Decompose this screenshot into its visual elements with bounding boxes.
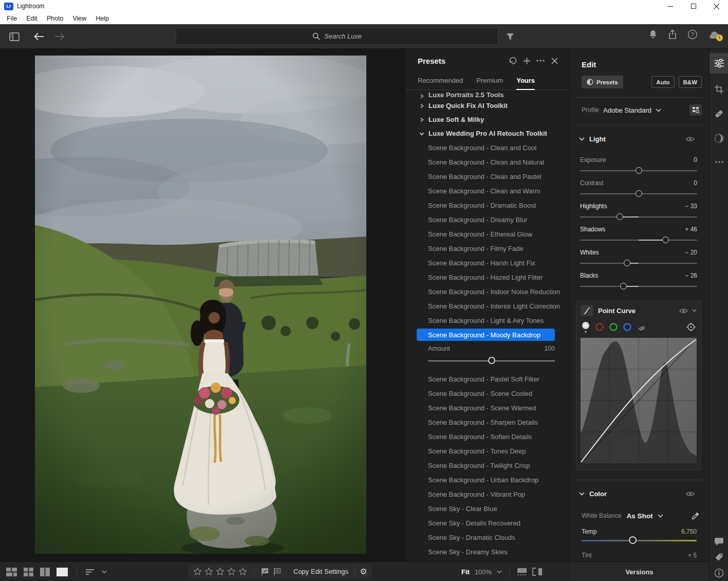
eyedropper-icon[interactable] [692,512,700,520]
crop-tool-icon[interactable] [710,79,728,99]
chevron-down-icon[interactable] [579,137,585,141]
preset-item[interactable]: Scene Sky - Dramatic Clouds [405,530,569,544]
chevron-down-icon[interactable] [658,514,663,518]
preset-item[interactable]: Scene Background - Moody Backdrop [417,329,555,341]
white-balance-value[interactable]: As Shot [626,512,652,520]
targeted-adjustment-icon[interactable] [686,322,696,332]
slider-track[interactable] [580,263,697,264]
temp-slider-knob[interactable] [629,536,637,544]
menu-help[interactable]: Help [91,15,114,22]
preset-item[interactable]: Scene Background - Tones Deep [405,444,569,458]
sort-icon[interactable] [86,569,95,575]
eye-icon[interactable] [686,136,695,142]
preset-item[interactable]: Scene Background - Vibrant Pop [405,487,569,501]
slider-knob[interactable] [636,190,642,197]
star-icon[interactable] [238,567,247,576]
preset-item[interactable]: Scene Background - Twilight Crisp [405,458,569,473]
notifications-bell-icon[interactable] [648,29,658,40]
comments-icon[interactable] [714,537,724,546]
photo[interactable] [35,56,366,554]
preset-group[interactable]: Luxe Portraits 2.5 Tools [405,90,569,99]
copy-edit-settings-button[interactable]: Copy Edit Settings [293,568,354,575]
preset-group[interactable]: Luxe Quick Fix AI Toolkit [405,99,569,113]
curve-icon[interactable] [581,305,593,316]
preset-item[interactable]: Scene Background - Soften Details [405,429,569,444]
chevron-down-icon[interactable] [692,309,697,312]
menu-file[interactable]: File [2,15,22,22]
maximize-button[interactable] [682,0,705,12]
star-icon[interactable] [216,567,225,576]
chevron-down-icon[interactable] [497,570,502,573]
slider-knob[interactable] [624,260,630,266]
fit-button[interactable]: Fit [461,568,470,576]
star-icon[interactable] [227,567,236,576]
bw-button[interactable]: B&W [679,76,702,88]
slider-track[interactable] [580,286,697,287]
more-tools-icon[interactable] [710,152,728,172]
before-after-icon[interactable] [532,568,543,576]
slider-track[interactable] [580,170,697,171]
star-icon[interactable] [193,567,202,576]
slider-track[interactable] [580,193,697,194]
preset-group[interactable]: Luxe Soft & Milky [405,113,569,126]
eye-icon[interactable] [686,491,695,497]
light-section-title[interactable]: Light [589,135,606,143]
detail-view-icon[interactable] [57,568,68,576]
color-section-title[interactable]: Color [589,490,607,498]
preset-item[interactable]: Scene Background - Hazed Light Filter [405,270,569,284]
preset-item[interactable]: Scene Background - Dreamy Blur [405,212,569,227]
tab-recommended[interactable]: Recommended [418,77,463,89]
profile-browser-icon[interactable] [689,104,702,116]
preset-item[interactable]: Scene Background - Clean and Pastel [405,169,569,184]
green-channel-icon[interactable] [609,323,618,331]
menu-photo[interactable]: Photo [42,15,68,22]
preset-amount-slider[interactable]: Amount100 [405,342,569,372]
slider-track[interactable] [580,216,697,217]
eye-icon[interactable] [679,308,688,314]
zoom-level[interactable]: 100% [475,568,492,576]
preset-item[interactable]: Scene Background - Clean and Cool [405,140,569,155]
preset-item[interactable]: Scene Sky - Clear Blue [405,501,569,516]
masking-tool-icon[interactable] [710,128,728,149]
preset-item[interactable]: Scene Background - Pastel Soft Filter [405,372,569,386]
help-icon[interactable]: ? [687,29,698,40]
temp-slider[interactable] [582,540,697,541]
menu-edit[interactable]: Edit [22,15,42,22]
preset-item[interactable]: Scene Background - Urban Backdrop [405,473,569,487]
preset-group[interactable]: Luxe Wedding Pro AI Retouch Toolkit [405,126,569,140]
chevron-down-icon[interactable] [579,492,585,496]
all-channels-icon[interactable] [637,322,646,332]
photo-grid-view-icon[interactable] [6,568,17,576]
preset-item[interactable]: Scene Background - Sharpen Details [405,415,569,429]
minimize-button[interactable] [659,0,682,12]
auto-button[interactable]: Auto [651,76,674,88]
red-channel-icon[interactable] [595,323,604,331]
star-icon[interactable] [204,567,213,576]
slider-knob[interactable] [620,283,627,289]
preset-item[interactable]: Scene Background - Dramatic Boost [405,198,569,212]
preset-item[interactable]: Scene Background - Harsh Light Fix [405,256,569,270]
close-presets-icon[interactable] [550,56,559,65]
preset-item[interactable]: Scene Background - Ethereal Glow [405,227,569,241]
keywords-tag-icon[interactable] [714,552,724,562]
chevron-down-icon[interactable] [656,108,661,112]
preset-item[interactable]: Scene Background - Light & Airy Tones [405,313,569,328]
profile-value[interactable]: Adobe Standard [603,106,651,114]
edit-tool-icon[interactable] [710,53,728,74]
versions-bar[interactable]: Versions [569,562,709,581]
tab-yours[interactable]: Yours [516,77,535,89]
preset-item[interactable]: Scene Sky - Details Recovered [405,516,569,530]
search-input[interactable]: Search Luxe [176,28,498,45]
preset-item[interactable]: Scene Background - Clean and Warm [405,184,569,198]
preset-item[interactable]: Scene Background - Scene Cooled [405,386,569,401]
preset-item[interactable]: Scene Background - Interior Light Correc… [405,299,569,313]
preset-item[interactable]: Scene Sky - Dreamy Skies [405,544,569,559]
preset-item[interactable]: Scene Background - Clean and Natural [405,155,569,169]
rgb-channel-icon[interactable] [582,321,590,333]
back-arrow-icon[interactable] [33,30,45,43]
preset-item[interactable]: Scene Background - Scene Warmed [405,401,569,415]
healing-brush-icon[interactable] [710,103,728,124]
grid-overlay-icon[interactable] [517,568,527,576]
settings-gear-icon[interactable]: ⚙ [354,564,372,579]
square-grid-view-icon[interactable] [24,568,33,576]
